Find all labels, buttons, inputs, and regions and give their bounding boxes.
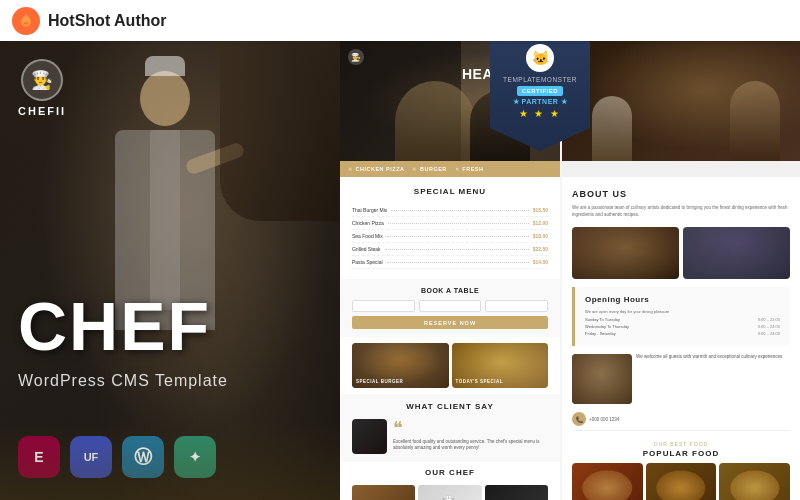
about-img-1 xyxy=(572,227,679,279)
menu-price-5: $14.00 xyxy=(533,259,548,265)
chef-card-1 xyxy=(352,485,415,500)
menu-item-name-1: Thai Burger Mix xyxy=(352,207,387,213)
hours-row-1: Sunday To Tuesday 9:00 – 22:00 xyxy=(585,317,780,322)
cooking-figure-2 xyxy=(592,96,632,161)
popular-food-section: OUR BEST FOOD POPULAR FOOD xyxy=(562,435,800,500)
hero-chef-figure xyxy=(395,81,475,161)
about-hero-bg xyxy=(562,41,800,161)
special-burger-card: SPECIAL BURGER xyxy=(352,343,449,388)
chef-family-img xyxy=(572,354,632,404)
phone-number: +000 000 1234 xyxy=(589,417,619,422)
food-circle-2 xyxy=(656,471,705,500)
menu-price-3: $18.00 xyxy=(533,233,548,239)
special-menu-section: SPECIAL MENU Thai Burger Mix $15.50 Chic… xyxy=(340,177,560,279)
menu-dots-4 xyxy=(385,249,529,250)
chef-logo: 👨‍🍳 CHEFII xyxy=(18,59,66,117)
tm-stars: ★ ★ ★ xyxy=(519,108,562,119)
menu-item-4: Grilled Steak $22.50 xyxy=(352,243,548,256)
brand-name: HotShot Author xyxy=(48,12,166,30)
hours-intro: We are open every day for your dining pl… xyxy=(585,309,780,315)
template-preview-right: ABOUT US We are a passionate team of cul… xyxy=(562,41,800,500)
chef-family-area: We welcome all guests with warmth and ex… xyxy=(572,354,790,404)
topbar: HotShot Author xyxy=(0,0,800,41)
opening-hours-section: Opening Hours We are open every day for … xyxy=(572,287,790,347)
tm-cat-icon: 🐱 xyxy=(526,44,554,72)
burger-card-label: SPECIAL BURGER xyxy=(356,379,403,384)
kitchen-bg-element xyxy=(220,41,340,221)
phone-icon: 📞 xyxy=(572,412,586,426)
menu-dots-5 xyxy=(387,262,529,263)
our-chef-section: OUR CHEF 👨‍🍳 xyxy=(340,462,560,500)
chef-card-overlay-1 xyxy=(352,485,415,500)
about-text: We are a passionate team of culinary art… xyxy=(572,205,790,219)
menu-item-3: Sea Food Mix $18.00 xyxy=(352,230,548,243)
hours-row-2: Wednesday To Thursday 9:00 – 24:00 xyxy=(585,324,780,329)
tm-brand-text: TemplateMonster xyxy=(503,76,577,84)
special-menu-title: SPECIAL MENU xyxy=(352,187,548,196)
menu-dots-3 xyxy=(387,236,529,237)
chef-card-overlay-3 xyxy=(485,485,548,500)
book-table-section: BOOK A TABLE RESERVE NOW xyxy=(340,279,560,337)
hours-side-info: We welcome all guests with warmth and ex… xyxy=(636,354,790,404)
ticker-item-3: ✕ FRESH xyxy=(455,166,484,172)
booking-fields xyxy=(352,300,548,312)
about-us-section: ABOUT US We are a passionate team of cul… xyxy=(562,177,800,287)
hours-day-3: Friday - Saturday xyxy=(585,331,616,336)
testimonial-section: WHAT CLIENT SAY ❝ Excellent food quality… xyxy=(340,394,560,462)
our-chef-title: OUR CHEF xyxy=(352,468,548,477)
chef-hat-icon: 👨‍🍳 xyxy=(21,59,63,101)
hours-row-3: Friday - Saturday 9:00 – 24:00 xyxy=(585,331,780,336)
about-images xyxy=(572,227,790,279)
menu-item-2: Chicken Pizza $12.00 xyxy=(352,217,548,230)
about-title: ABOUT US xyxy=(572,189,790,199)
popular-img-3 xyxy=(719,463,790,500)
brand-logo-icon xyxy=(12,7,40,35)
menu-dots-1 xyxy=(391,210,528,211)
chefii-label: CHEFII xyxy=(18,105,66,117)
templatemonster-badge: 🐱 TemplateMonster CERTIFIED ★ PARTNER ★ … xyxy=(490,41,590,151)
booking-name-field[interactable] xyxy=(352,300,415,312)
reserve-button[interactable]: RESERVE NOW xyxy=(352,316,548,329)
left-panel: 👨‍🍳 CHEFII CHEF WordPress CMS Template E… xyxy=(0,41,340,500)
about-img-2 xyxy=(683,227,790,279)
booking-date-field[interactable] xyxy=(419,300,482,312)
menu-item-1: Thai Burger Mix $15.50 xyxy=(352,204,548,217)
tm-certified: CERTIFIED xyxy=(517,86,563,96)
template-logo: 👨‍🍳 xyxy=(348,49,364,65)
phone-row: 📞 +000 000 1234 xyxy=(572,412,790,426)
menu-items-list: Thai Burger Mix $15.50 Chicken Pizza $12… xyxy=(352,204,548,269)
menu-price-2: $12.00 xyxy=(533,220,548,226)
today-special-card: TODAY'S SPECIAL xyxy=(452,343,549,388)
popular-subtitle: OUR BEST FOOD xyxy=(572,441,790,447)
chef-subtitle: WordPress CMS Template xyxy=(18,372,228,390)
food-circle-3 xyxy=(730,471,779,500)
svg-point-0 xyxy=(24,22,29,24)
menu-dots-2 xyxy=(388,223,529,224)
menu-item-5: Pasta Special $14.00 xyxy=(352,256,548,269)
quote-mark: ❝ xyxy=(393,419,548,437)
popular-img-2 xyxy=(646,463,717,500)
main-content: 👨‍🍳 CHEFII CHEF WordPress CMS Template E… xyxy=(0,41,800,500)
ticker-x-3: ✕ xyxy=(455,166,460,172)
special-cards-row: SPECIAL BURGER TODAY'S SPECIAL xyxy=(340,337,560,394)
hours-time-1: 9:00 – 22:00 xyxy=(758,317,780,322)
menu-ticker: ✕ CHICKEN PIZZA ✕ BURGER ✕ FRESH xyxy=(340,161,560,177)
divider-1 xyxy=(572,430,790,431)
tm-partner: ★ PARTNER ★ xyxy=(513,98,568,106)
right-panel: 🐱 TemplateMonster CERTIFIED ★ PARTNER ★ … xyxy=(340,41,800,500)
spacer-ticker xyxy=(562,161,800,177)
testimonial-title: WHAT CLIENT SAY xyxy=(352,402,548,411)
booking-time-field[interactable] xyxy=(485,300,548,312)
about-hero-area xyxy=(562,41,800,161)
food-circle-1 xyxy=(583,471,632,500)
chef-main-title: CHEF xyxy=(18,292,211,360)
reserve-label: RESERVE NOW xyxy=(424,320,476,326)
hours-time-2: 9:00 – 24:00 xyxy=(758,324,780,329)
hours-day-2: Wednesday To Thursday xyxy=(585,324,629,329)
popular-title: POPULAR FOOD xyxy=(572,449,790,458)
cooking-figure xyxy=(730,81,780,161)
ticker-item-1: ✕ CHICKEN PIZZA xyxy=(348,166,404,172)
popular-img-1 xyxy=(572,463,643,500)
hours-time-3: 9:00 – 24:00 xyxy=(758,331,780,336)
hours-side-text: We welcome all guests with warmth and ex… xyxy=(636,354,790,361)
